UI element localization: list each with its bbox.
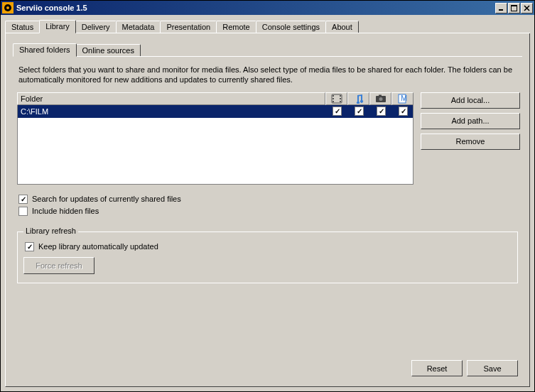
include-hidden-row: Include hidden files — [18, 207, 517, 216]
folder-area: Folder M — [17, 92, 518, 185]
titlebar: Serviio console 1.5 — [1, 1, 534, 15]
tab-status[interactable]: Status — [5, 21, 40, 33]
folder-table-body[interactable]: C:\FILM✓✓✓✓ — [17, 105, 414, 185]
maximize-button[interactable] — [508, 3, 520, 13]
svg-rect-8 — [333, 95, 334, 97]
svg-rect-12 — [340, 98, 341, 99]
sub-tab-bar: Shared foldersOnline sources — [13, 40, 522, 56]
tab-library[interactable]: Library — [39, 20, 76, 33]
include-hidden-checkbox[interactable] — [18, 207, 28, 216]
remove-button[interactable]: Remove — [421, 134, 520, 150]
subtab-shared-folders[interactable]: Shared folders — [13, 43, 77, 57]
svg-rect-4 — [511, 5, 517, 6]
tab-console-settings[interactable]: Console settings — [256, 21, 326, 33]
tab-presentation[interactable]: Presentation — [160, 21, 217, 33]
folder-path-cell: C:\FILM — [18, 107, 326, 116]
cell-check: ✓ — [326, 107, 348, 116]
keep-updated-checkbox[interactable]: ✓ — [25, 242, 34, 251]
window-controls — [495, 3, 533, 13]
search-updates-label: Search for updates of currently shared f… — [32, 195, 181, 203]
cell-check: ✓ — [370, 107, 392, 116]
folder-table: Folder M — [17, 92, 414, 185]
subtab-online-sources[interactable]: Online sources — [76, 44, 141, 56]
window-title: Serviio console 1.5 — [16, 4, 495, 12]
keep-updated-label: Keep library automatically updated — [38, 242, 158, 251]
app-icon — [2, 2, 13, 13]
minimize-button[interactable] — [495, 3, 507, 13]
svg-rect-9 — [333, 98, 334, 99]
row-checkbox-image[interactable]: ✓ — [377, 107, 386, 116]
metadata-column-header[interactable]: M — [391, 92, 414, 105]
include-hidden-label: Include hidden files — [32, 207, 99, 215]
add-path-button[interactable]: Add path... — [421, 113, 520, 129]
search-updates-row: ✓ Search for updates of currently shared… — [18, 195, 517, 204]
options-group: ✓ Search for updates of currently shared… — [17, 192, 518, 219]
app-window: Serviio console 1.5 StatusLibraryDeliver… — [0, 0, 535, 392]
close-button[interactable] — [521, 3, 533, 13]
spacer — [13, 289, 522, 353]
video-icon — [331, 94, 342, 104]
main-tab-bar: StatusLibraryDeliveryMetadataPresentatio… — [5, 18, 530, 33]
svg-rect-2 — [499, 9, 503, 11]
video-column-header[interactable] — [325, 92, 347, 105]
folder-column-header[interactable]: Folder — [17, 92, 325, 105]
folder-action-buttons: Add local... Add path... Remove — [421, 92, 520, 185]
library-panel: Shared foldersOnline sources Select fold… — [5, 33, 530, 387]
tab-metadata[interactable]: Metadata — [116, 21, 161, 33]
cell-check: ✓ — [348, 107, 370, 116]
metadata-icon: M — [397, 94, 409, 104]
camera-icon — [375, 94, 387, 104]
svg-text:M: M — [401, 94, 407, 102]
keep-updated-row: ✓ Keep library automatically updated — [25, 242, 510, 251]
row-checkbox-video[interactable]: ✓ — [333, 107, 342, 116]
image-column-header[interactable] — [369, 92, 391, 105]
add-local-button[interactable]: Add local... — [421, 92, 520, 109]
table-row[interactable]: C:\FILM✓✓✓✓ — [18, 105, 413, 118]
library-refresh-legend: Library refresh — [23, 227, 78, 235]
save-button[interactable]: Save — [467, 360, 518, 376]
svg-rect-11 — [340, 95, 341, 97]
instructions-text: Select folders that you want to share an… — [18, 65, 517, 85]
search-updates-checkbox[interactable]: ✓ — [18, 195, 28, 204]
row-checkbox-metadata[interactable]: ✓ — [399, 107, 408, 116]
svg-point-15 — [379, 97, 382, 101]
library-refresh-group: Library refresh ✓ Keep library automatic… — [17, 232, 518, 283]
music-icon — [353, 94, 364, 104]
force-refresh-button[interactable]: Force refresh — [23, 257, 94, 274]
audio-column-header[interactable] — [347, 92, 369, 105]
footer-buttons: Reset Save — [13, 353, 522, 379]
tab-about[interactable]: About — [325, 21, 359, 33]
svg-rect-10 — [333, 101, 334, 102]
folder-table-header: Folder M — [17, 92, 414, 105]
content-area: StatusLibraryDeliveryMetadataPresentatio… — [1, 15, 534, 391]
svg-point-1 — [6, 6, 9, 9]
tab-delivery[interactable]: Delivery — [75, 21, 117, 33]
shared-folders-panel: Select folders that you want to share an… — [13, 56, 522, 289]
svg-rect-16 — [379, 94, 382, 96]
svg-rect-13 — [340, 101, 341, 102]
reset-button[interactable]: Reset — [411, 360, 463, 376]
cell-check: ✓ — [392, 107, 414, 116]
tab-remote[interactable]: Remote — [216, 21, 256, 33]
row-checkbox-audio[interactable]: ✓ — [355, 107, 364, 116]
